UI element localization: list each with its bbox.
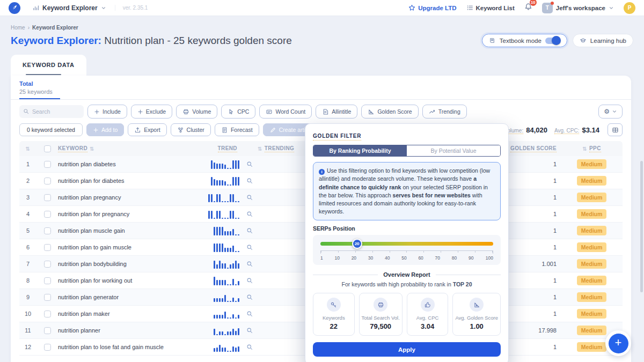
overview-stats: Keywords22Total Search Vol.79,500Avg. CP…	[313, 293, 501, 336]
toggle-switch[interactable]	[545, 38, 560, 44]
header-keyword[interactable]: KEYWORD	[58, 145, 87, 152]
keyword-cell[interactable]: nutrition plan for pregnancy	[58, 211, 182, 217]
ppc-badge: Medium	[577, 309, 607, 319]
keyword-cell[interactable]: nutrition plan to lose fat and gain musc…	[58, 344, 182, 350]
keyword-cell[interactable]: nutrition plan to gain muscle	[58, 244, 182, 250]
breadcrumb-home[interactable]: Home	[11, 25, 25, 31]
row-index: 7	[19, 261, 36, 267]
page-title-prefix: Keyword Explorer:	[11, 35, 101, 46]
upgrade-ltd-link[interactable]: Upgrade LTD	[408, 4, 456, 11]
serps-slider-handle[interactable]: 20	[352, 239, 362, 249]
keyword-zoom-icon[interactable]	[241, 211, 258, 217]
vertical-scrollbar[interactable]	[640, 161, 643, 292]
row-checkbox[interactable]	[44, 327, 51, 334]
keyword-cell[interactable]: nutrition plan for diabetes	[58, 178, 182, 184]
export-button[interactable]: Export	[128, 123, 166, 136]
keyword-cell[interactable]: nutrition planner	[58, 327, 182, 334]
overview-report-divider: Overview Report	[313, 271, 501, 278]
keyword-cell[interactable]: nutrition plan maker	[58, 311, 182, 317]
keyword-zoom-icon[interactable]	[241, 194, 258, 201]
sort-keyword-icon[interactable]: ⇅	[90, 146, 94, 152]
row-index: 9	[19, 294, 36, 300]
learning-hub-button[interactable]: Learning hub	[573, 34, 633, 47]
header-golden-score[interactable]: GOLDEN SCORE	[510, 145, 557, 152]
sort-trending-icon[interactable]: ⇅	[258, 146, 262, 152]
sort-ppc-icon[interactable]: ⇅	[582, 146, 587, 152]
ppc-badge: Medium	[577, 226, 607, 235]
filter-golden-score-button[interactable]: Golden Score	[361, 105, 418, 119]
keyword-zoom-icon[interactable]	[241, 227, 258, 234]
forecast-label: Forecast	[231, 127, 253, 133]
filter-exclude-button[interactable]: Exclude	[131, 105, 172, 119]
trending-icon	[429, 108, 436, 115]
page: Keyword Explorer ver. 2.35.1 Upgrade LTD…	[0, 0, 644, 362]
row-checkbox[interactable]	[44, 194, 51, 201]
workspace-avatar: T	[542, 3, 553, 13]
forecast-button[interactable]: Forecast	[215, 123, 259, 136]
row-index: 1	[19, 161, 36, 167]
keyword-zoom-icon[interactable]	[241, 311, 258, 317]
row-checkbox[interactable]	[44, 311, 51, 317]
keyword-cell[interactable]: nutrition plan for working out	[58, 277, 182, 284]
row-checkbox[interactable]	[44, 178, 51, 184]
filter-trending-button[interactable]: Trending	[422, 105, 467, 119]
keyword-zoom-icon[interactable]	[241, 344, 258, 350]
keyword-cell[interactable]: nutrition plan generator	[58, 294, 182, 300]
row-checkbox[interactable]	[44, 227, 51, 234]
filter-cpc-button[interactable]: CPC	[221, 105, 255, 119]
textbook-mode-toggle[interactable]: Textbook mode	[482, 34, 567, 47]
row-index: 10	[19, 311, 36, 317]
search-input[interactable]	[19, 105, 84, 118]
header-trend[interactable]: TREND	[218, 145, 237, 152]
user-avatar[interactable]: P	[624, 2, 635, 14]
keyword-zoom-icon[interactable]	[241, 294, 258, 300]
stat-label: Avg. CPC	[409, 315, 446, 321]
notifications-button[interactable]: 10	[524, 3, 532, 13]
keyword-cell[interactable]: nutrition plan pregnancy	[58, 194, 182, 201]
table-settings-button[interactable]: ⚙	[598, 105, 623, 119]
select-all-checkbox[interactable]	[44, 145, 51, 152]
serps-slider-track[interactable]: 20	[320, 242, 493, 246]
keyword-cell[interactable]: nutrition plan muscle gain	[58, 227, 182, 234]
row-checkbox[interactable]	[44, 344, 51, 351]
header-ppc[interactable]: PPC	[589, 145, 601, 152]
row-checkbox[interactable]	[44, 211, 51, 218]
row-checkbox[interactable]	[44, 294, 51, 301]
tab-by-potential-value[interactable]: By Potential Value	[407, 145, 500, 156]
keyword-cell[interactable]: nutrition plan bodybuilding	[58, 261, 182, 267]
slider-tick-label: 30	[365, 255, 376, 261]
tab-keyword-data[interactable]: KEYWORD DATA	[11, 55, 86, 76]
row-index: 5	[19, 227, 36, 234]
tab-keyword-data-label: KEYWORD DATA	[23, 62, 75, 68]
tab-by-ranking-probability[interactable]: By Ranking Probability	[313, 145, 407, 156]
keyword-zoom-icon[interactable]	[241, 161, 258, 167]
apply-button[interactable]: Apply	[313, 342, 501, 357]
filter-volume-button[interactable]: Volume	[176, 105, 217, 119]
keyword-zoom-icon[interactable]	[241, 261, 258, 267]
add-fab-button[interactable]: +	[609, 334, 628, 353]
keyword-zoom-icon[interactable]	[241, 327, 258, 334]
filter-word-count-button[interactable]: Word Count	[259, 105, 312, 119]
row-checkbox[interactable]	[44, 161, 51, 168]
filter-allintitle-button[interactable]: Allintitle	[316, 105, 357, 119]
cpc-icon	[228, 108, 235, 115]
keyword-zoom-icon[interactable]	[241, 178, 258, 184]
keyword-zoom-icon[interactable]	[241, 277, 258, 284]
app-logo-icon[interactable]	[9, 2, 20, 14]
header-trending[interactable]: TRENDING	[265, 145, 294, 152]
table-view-button[interactable]	[608, 123, 623, 136]
row-checkbox[interactable]	[44, 277, 51, 284]
app-switcher[interactable]: Keyword Explorer	[32, 4, 106, 12]
trend-sparkline	[182, 326, 241, 335]
add-to-button[interactable]: Add to	[86, 123, 124, 136]
filter-include-button[interactable]: Include	[87, 105, 127, 119]
keyword-zoom-icon[interactable]	[241, 244, 258, 250]
sort-index-icon[interactable]: ⇅	[26, 146, 31, 152]
keyword-cell[interactable]: nutrition plan diabetes	[58, 161, 182, 167]
cluster-button[interactable]: Cluster	[171, 123, 211, 136]
row-checkbox[interactable]	[44, 244, 51, 251]
row-checkbox[interactable]	[44, 261, 51, 268]
workspace-switcher[interactable]: T Jeff's workspace	[542, 3, 614, 13]
row-index: 3	[19, 194, 36, 201]
keyword-list-link[interactable]: Keyword List	[466, 4, 515, 11]
